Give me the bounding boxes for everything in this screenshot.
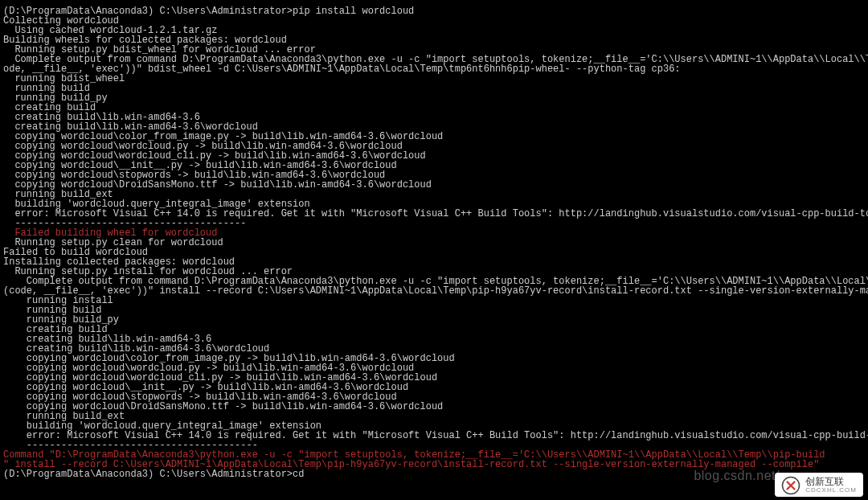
watermark-text: blog.csdn.net/ [694,471,780,481]
terminal-line: (D:\ProgramData\Anaconda3) C:\Users\Admi… [3,6,868,16]
brand-logo: 创新互联 CDCXHL.COM [775,473,863,497]
terminal-line: copying wordcloud\DroidSansMono.ttf -> b… [3,180,868,190]
terminal-line: running bdist_wheel [3,74,868,84]
terminal-line: running install [3,296,868,305]
terminal-line: (code, __file__, 'exec'))" install --rec… [3,286,868,296]
terminal-line: ode, __file__, 'exec'))" bdist_wheel -d … [3,64,868,74]
terminal-line: running build_py [3,93,868,103]
terminal-line: running build [3,305,868,315]
terminal-output[interactable]: (D:\ProgramData\Anaconda3) C:\Users\Admi… [0,0,868,500]
brand-logo-icon [781,476,800,495]
brand-logo-sub: CDCXHL.COM [805,486,857,494]
terminal-line: running build [3,84,868,93]
brand-logo-textbox: 创新互联 CDCXHL.COM [805,477,857,494]
brand-logo-name: 创新互联 [805,477,857,486]
terminal-line: copying wordcloud\DroidSansMono.ttf -> b… [3,402,868,412]
terminal-line: running build_py [3,315,868,325]
